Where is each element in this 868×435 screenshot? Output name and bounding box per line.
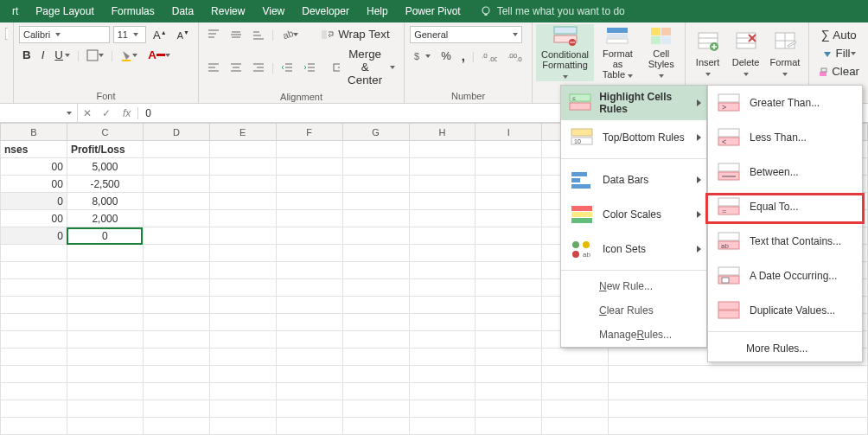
cell[interactable]: [143, 314, 209, 331]
cell[interactable]: [409, 210, 475, 227]
cell[interactable]: [276, 383, 342, 400]
col-header-h[interactable]: H: [409, 124, 475, 141]
cell[interactable]: [209, 349, 276, 366]
cell[interactable]: [342, 400, 409, 418]
bold-button[interactable]: B: [19, 47, 35, 63]
cell[interactable]: [542, 418, 609, 435]
cell[interactable]: [276, 245, 342, 262]
cell[interactable]: [1, 279, 67, 297]
tell-me-search[interactable]: Tell me what you want to do: [480, 5, 625, 17]
cell[interactable]: [475, 400, 542, 418]
cell[interactable]: [409, 418, 475, 435]
clear-button[interactable]: Clear: [814, 63, 863, 80]
fill-color-button[interactable]: [117, 48, 141, 63]
align-bottom-icon[interactable]: [249, 27, 268, 42]
cell[interactable]: [67, 418, 143, 435]
cell[interactable]: [209, 141, 276, 158]
col-header-f[interactable]: F: [276, 124, 342, 141]
insert-cells-button[interactable]: Insert: [689, 24, 727, 81]
cell[interactable]: [143, 297, 209, 314]
conditional-formatting-button[interactable]: ConditionalFormatting: [536, 24, 594, 81]
tab-page-layout[interactable]: Page Layout: [27, 0, 102, 22]
submenu-greater-than[interactable]: > Greater Than...: [708, 86, 862, 120]
cell[interactable]: [409, 314, 475, 331]
cell[interactable]: [409, 297, 475, 314]
cell[interactable]: [276, 141, 342, 158]
orientation-icon[interactable]: ab: [278, 27, 302, 42]
col-header-g[interactable]: G: [342, 124, 409, 141]
cell[interactable]: [276, 279, 342, 297]
cell[interactable]: [475, 366, 542, 383]
cell[interactable]: [143, 349, 209, 366]
cell[interactable]: [475, 227, 542, 245]
cell[interactable]: [67, 331, 143, 349]
align-top-icon[interactable]: [204, 27, 223, 42]
format-cells-button[interactable]: Format: [765, 24, 806, 81]
cell[interactable]: [143, 383, 209, 400]
cell[interactable]: [542, 366, 609, 383]
cell[interactable]: [67, 297, 143, 314]
name-box[interactable]: [0, 104, 78, 122]
cell[interactable]: [1, 418, 67, 435]
cell[interactable]: 8,000: [67, 193, 143, 210]
align-right-icon[interactable]: [249, 60, 268, 75]
cell[interactable]: [409, 366, 475, 383]
col-header-i[interactable]: I: [475, 124, 542, 141]
fill-button[interactable]: Fill: [814, 45, 863, 61]
cancel-formula-icon[interactable]: ✕: [78, 107, 97, 119]
cell[interactable]: [409, 279, 475, 297]
fx-icon[interactable]: fx: [116, 107, 138, 119]
col-header-e[interactable]: E: [209, 124, 276, 141]
tab-developer[interactable]: Developer: [293, 0, 358, 22]
cell[interactable]: [276, 262, 342, 279]
cell[interactable]: [475, 279, 542, 297]
cell[interactable]: [409, 193, 475, 210]
cell[interactable]: [276, 314, 342, 331]
col-header-b[interactable]: B: [1, 124, 67, 141]
increase-font-icon[interactable]: A▲: [150, 27, 170, 43]
cell[interactable]: 5,000: [67, 158, 143, 176]
cell[interactable]: [209, 331, 276, 349]
cell[interactable]: [475, 314, 542, 331]
cell[interactable]: [143, 227, 209, 245]
cell[interactable]: [1, 366, 67, 383]
font-color-button[interactable]: A: [144, 47, 174, 63]
cell[interactable]: [143, 210, 209, 227]
cell[interactable]: [542, 383, 609, 400]
cell[interactable]: [342, 245, 409, 262]
cell[interactable]: [143, 158, 209, 176]
tab-help[interactable]: Help: [358, 0, 397, 22]
cell[interactable]: [209, 366, 276, 383]
cell[interactable]: [209, 279, 276, 297]
cell[interactable]: [1, 314, 67, 331]
cell[interactable]: 2,000: [67, 210, 143, 227]
cell[interactable]: [276, 418, 342, 435]
menu-color-scales[interactable]: Color Scales: [561, 197, 706, 232]
cell[interactable]: [342, 176, 409, 193]
cell[interactable]: [342, 262, 409, 279]
cell[interactable]: [276, 297, 342, 314]
cell-selected[interactable]: 0: [67, 227, 143, 245]
submenu-duplicate-values[interactable]: Duplicate Values...: [708, 293, 862, 328]
cell[interactable]: [276, 227, 342, 245]
tab-power-pivot[interactable]: Power Pivot: [397, 0, 469, 22]
tab-review[interactable]: Review: [202, 0, 253, 22]
tab-insert-partial[interactable]: rt: [3, 0, 27, 22]
cell[interactable]: 0: [1, 227, 67, 245]
menu-clear-rules[interactable]: Clear Rules: [561, 298, 706, 323]
submenu-text-contains[interactable]: ab Text that Contains...: [708, 224, 862, 259]
menu-new-rule[interactable]: New Rule...: [561, 274, 706, 298]
cell[interactable]: [475, 193, 542, 210]
cell[interactable]: [67, 245, 143, 262]
cell[interactable]: [143, 418, 209, 435]
cell[interactable]: [609, 383, 868, 400]
font-name-dropdown[interactable]: Calibri: [19, 26, 110, 43]
cell[interactable]: [475, 418, 542, 435]
align-left-icon[interactable]: [204, 60, 223, 75]
cell[interactable]: [67, 314, 143, 331]
submenu-date-occurring[interactable]: A Date Occurring...: [708, 259, 862, 293]
cell[interactable]: [209, 210, 276, 227]
autosum-button[interactable]: ∑ Auto: [814, 26, 863, 43]
cell[interactable]: [209, 262, 276, 279]
cell[interactable]: [1, 245, 67, 262]
